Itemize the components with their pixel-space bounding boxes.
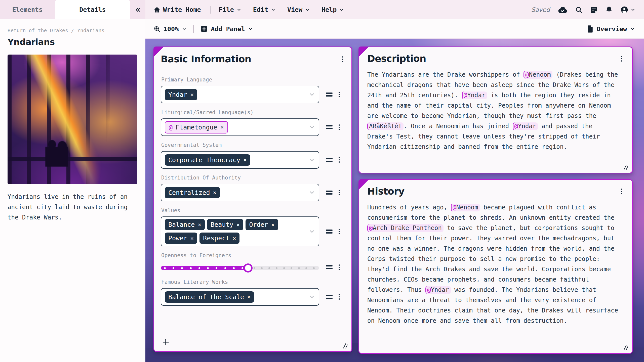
- field-label: Distribution Of Authority: [161, 175, 345, 181]
- slider-tick: [173, 267, 174, 269]
- panel-menu-icon[interactable]: [620, 187, 624, 196]
- drag-handle-icon[interactable]: [325, 190, 334, 196]
- field-menu-icon[interactable]: [338, 156, 341, 164]
- resize-handle[interactable]: [622, 344, 629, 351]
- page-icon: [587, 25, 594, 33]
- element-caption[interactable]: Yndarians live in the ruins of an ancien…: [8, 192, 133, 223]
- history-text[interactable]: Hundreds of years ago, @Nenoom became pl…: [367, 202, 621, 326]
- remove-tag-icon[interactable]: ×: [247, 294, 251, 300]
- mention-chip[interactable]: @Yndar: [425, 286, 451, 294]
- remove-tag-icon[interactable]: ×: [213, 189, 217, 196]
- chevron-down-icon[interactable]: [305, 88, 319, 101]
- tag-pill[interactable]: Order×: [246, 219, 278, 230]
- panel-history[interactable]: History Hundreds of years ago, @Nenoom b…: [358, 179, 633, 354]
- tag-pill[interactable]: Respect×: [199, 233, 239, 244]
- remove-tag-icon[interactable]: ×: [190, 91, 194, 98]
- field-menu-icon[interactable]: [338, 189, 341, 196]
- mention-chip[interactable]: @Yndar: [513, 122, 538, 130]
- chevron-down-icon[interactable]: [305, 120, 319, 134]
- chevron-down-icon[interactable]: [305, 290, 319, 304]
- drag-handle-icon[interactable]: [325, 229, 334, 235]
- tag-pill[interactable]: Corporate Theocracy×: [165, 154, 250, 166]
- add-field-button[interactable]: [161, 337, 171, 347]
- view-selector[interactable]: Overview: [587, 25, 635, 33]
- resize-handle[interactable]: [342, 343, 348, 349]
- drag-handle-icon[interactable]: [325, 92, 334, 98]
- mention-at-symbol: @: [514, 123, 518, 130]
- drag-handle-icon[interactable]: [325, 157, 334, 163]
- field-menu-icon[interactable]: [338, 91, 341, 98]
- mention-chip[interactable]: @Arch Drake Pantheon: [367, 224, 444, 232]
- multiselect-field[interactable]: Balance of the Scale×: [161, 288, 319, 306]
- multiselect-field[interactable]: Balance×Beauty×Order×Power×Respect×: [161, 216, 319, 246]
- slider-tick: [291, 267, 292, 269]
- drag-handle-icon[interactable]: [325, 124, 334, 130]
- drag-handle-icon[interactable]: [325, 264, 334, 270]
- remove-tag-icon[interactable]: ×: [243, 157, 247, 163]
- multiselect-field[interactable]: Yndar×: [161, 86, 319, 103]
- menu-help[interactable]: Help: [321, 6, 344, 13]
- remove-tag-icon[interactable]: ×: [271, 221, 275, 228]
- tag-pill[interactable]: Power×: [165, 233, 197, 244]
- menu-file[interactable]: File: [219, 6, 242, 13]
- remove-tag-icon[interactable]: ×: [232, 235, 236, 242]
- mention-chip[interactable]: @Nenoom: [451, 204, 480, 211]
- mention-chip[interactable]: @Nenoom: [524, 71, 552, 79]
- tag-list: Corporate Theocracy×: [163, 153, 305, 167]
- multiselect-field[interactable]: Corporate Theocracy×: [161, 151, 319, 169]
- remove-tag-icon[interactable]: ×: [220, 124, 224, 130]
- workspace-canvas[interactable]: Basic Information Primary LanguageYndar×…: [145, 39, 644, 362]
- panel-menu-icon[interactable]: [341, 55, 345, 64]
- mention-chip[interactable]: ΔRåKéßTéT: [367, 122, 404, 130]
- chevron-down-icon[interactable]: [305, 153, 319, 167]
- image-bridge-silhouette: [8, 157, 137, 161]
- slider-thumb[interactable]: [244, 263, 253, 273]
- panel-menu-icon[interactable]: [620, 54, 624, 63]
- breadcrumb[interactable]: Return of the Drakes / Yndarians: [8, 27, 138, 33]
- tab-details[interactable]: Details: [55, 0, 130, 19]
- resize-handle[interactable]: [622, 164, 629, 171]
- panel-basic-information[interactable]: Basic Information Primary LanguageYndar×…: [153, 47, 352, 352]
- field-menu-icon[interactable]: [338, 263, 341, 271]
- slider-tick: [207, 267, 209, 269]
- tag-pill[interactable]: Yndar×: [165, 89, 197, 100]
- tab-elements[interactable]: Elements: [0, 0, 55, 19]
- openness-slider[interactable]: [161, 263, 319, 273]
- chevron-down-icon[interactable]: [305, 218, 319, 244]
- remove-tag-icon[interactable]: ×: [236, 221, 240, 228]
- remove-tag-icon[interactable]: ×: [198, 221, 201, 228]
- tag-pill[interactable]: Centralized×: [165, 187, 220, 198]
- panel-title: Description: [367, 53, 426, 64]
- slider-tick: [261, 267, 263, 269]
- panel-description[interactable]: Description The Yndarians are the Drake …: [358, 47, 633, 173]
- collapse-sidebar-button[interactable]: [130, 0, 145, 19]
- menu-edit[interactable]: Edit: [253, 6, 276, 13]
- add-panel-button[interactable]: Add Panel: [200, 25, 253, 33]
- search-icon[interactable]: [575, 6, 583, 14]
- double-chevron-left-icon: [134, 7, 142, 13]
- zoom-control[interactable]: 100%: [153, 25, 187, 33]
- remove-tag-icon[interactable]: ×: [190, 235, 194, 242]
- menu-view[interactable]: View: [287, 6, 310, 13]
- field-menu-icon[interactable]: [338, 228, 341, 235]
- notifications-bell-icon[interactable]: [605, 6, 613, 14]
- field-menu-icon[interactable]: [338, 123, 341, 131]
- drag-handle-icon[interactable]: [325, 294, 334, 300]
- description-text[interactable]: The Yndarians are the Drake worshippers …: [367, 70, 621, 152]
- tag-pill[interactable]: Balance×: [165, 219, 205, 230]
- tag-pill[interactable]: @Flametongue×: [165, 121, 228, 133]
- panel-title: Basic Information: [161, 54, 251, 65]
- account-menu-button[interactable]: [620, 6, 635, 14]
- tag-pill[interactable]: Balance of the Scale×: [165, 291, 254, 303]
- element-image[interactable]: [8, 55, 137, 184]
- feedback-note-icon[interactable]: [590, 6, 598, 14]
- write-home-button[interactable]: Write Home: [153, 6, 201, 13]
- chevron-down-icon[interactable]: [305, 186, 319, 199]
- field-menu-icon[interactable]: [338, 293, 341, 301]
- menu-separator: [210, 6, 211, 14]
- multiselect-field[interactable]: Centralized×: [161, 184, 319, 201]
- save-status: Saved: [531, 6, 550, 13]
- mention-chip[interactable]: @Yndar: [462, 92, 487, 99]
- tag-pill[interactable]: Beauty×: [207, 219, 243, 230]
- multiselect-field[interactable]: @Flametongue×: [161, 118, 319, 136]
